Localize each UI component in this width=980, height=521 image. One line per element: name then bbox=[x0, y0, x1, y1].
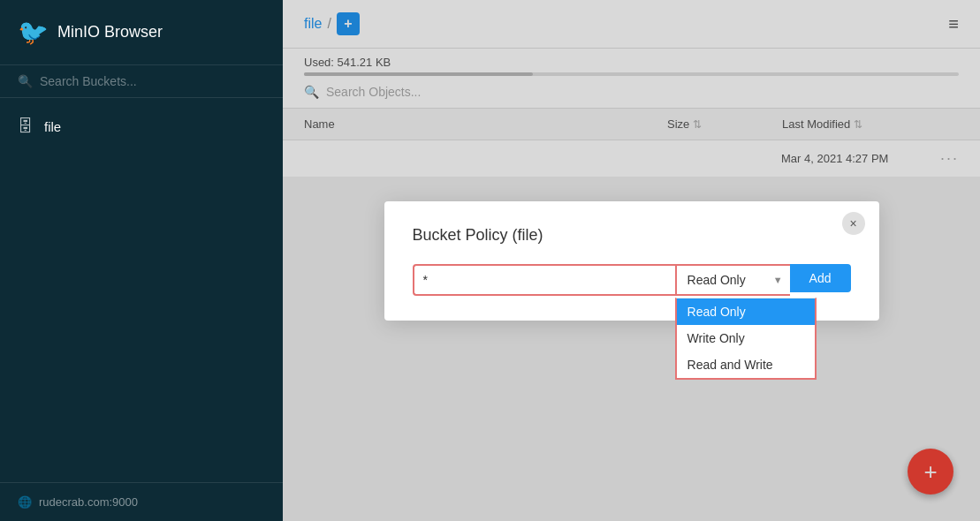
policy-dropdown-list: Read Only Write Only Read and Write bbox=[675, 298, 817, 380]
modal-overlay: × Bucket Policy (file) Read Only ▼ Read … bbox=[283, 0, 980, 521]
modal-form-row: Read Only ▼ Read Only Write Only Read an… bbox=[413, 264, 851, 296]
dropdown-item-write-only[interactable]: Write Only bbox=[677, 325, 815, 351]
server-address: rudecrab.com:9000 bbox=[39, 495, 138, 509]
sidebar-footer: 🌐 rudecrab.com:9000 bbox=[0, 482, 283, 521]
policy-type-display[interactable]: Read Only ▼ bbox=[675, 264, 790, 296]
chevron-down-icon: ▼ bbox=[773, 275, 783, 285]
bucket-search-section[interactable]: 🔍 bbox=[0, 64, 283, 97]
main-content: file / + ≡ Used: 541.21 KB 🔍 Name Size ⇅… bbox=[283, 0, 980, 521]
bucket-icon: 🗄 bbox=[18, 117, 34, 136]
policy-prefix-input[interactable] bbox=[413, 264, 675, 296]
sidebar-item-file[interactable]: 🗄 file bbox=[0, 107, 283, 147]
app-title: MinIO Browser bbox=[57, 23, 163, 42]
sidebar-header: 🐦 MinIO Browser bbox=[0, 0, 283, 64]
bucket-name: file bbox=[44, 119, 61, 134]
globe-icon: 🌐 bbox=[18, 495, 32, 509]
bucket-policy-modal: × Bucket Policy (file) Read Only ▼ Read … bbox=[384, 201, 879, 321]
dropdown-item-read-write[interactable]: Read and Write bbox=[677, 351, 815, 378]
modal-close-button[interactable]: × bbox=[842, 212, 865, 235]
modal-add-button[interactable]: Add bbox=[790, 264, 851, 292]
logo-icon: 🐦 bbox=[18, 18, 49, 47]
modal-title: Bucket Policy (file) bbox=[413, 226, 851, 245]
selected-option-label: Read Only bbox=[688, 273, 746, 287]
bucket-list: 🗄 file bbox=[0, 98, 283, 482]
search-buckets-input[interactable] bbox=[40, 74, 265, 88]
sidebar: 🐦 MinIO Browser 🔍 🗄 file 🌐 rudecrab.com:… bbox=[0, 0, 283, 521]
search-icon: 🔍 bbox=[18, 74, 33, 88]
policy-type-select[interactable]: Read Only ▼ Read Only Write Only Read an… bbox=[675, 264, 790, 296]
dropdown-item-read-only[interactable]: Read Only bbox=[677, 298, 815, 325]
